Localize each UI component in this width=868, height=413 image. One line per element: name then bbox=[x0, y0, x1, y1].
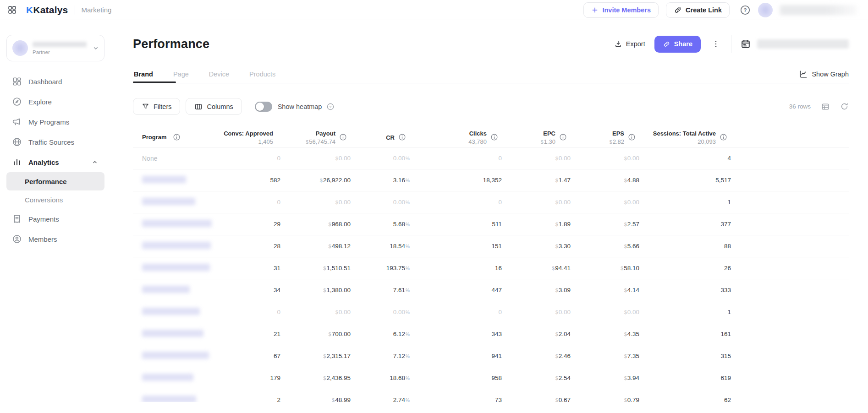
cell-eps: $2.57 bbox=[571, 221, 639, 228]
table-row[interactable]: 2$48.992.74%73$0.67$0.7962 bbox=[133, 389, 849, 402]
cell-convs: 21 bbox=[243, 331, 280, 337]
app-grid-icon[interactable] bbox=[7, 5, 17, 15]
tab-products[interactable]: Products bbox=[248, 66, 276, 82]
table-row[interactable]: 0$0.000.00%0$0.00$0.001 bbox=[133, 191, 849, 213]
cell-payout: $26,922.00 bbox=[280, 177, 351, 184]
sidebar-item-analytics[interactable]: Analytics bbox=[6, 152, 104, 172]
page-title: Performance bbox=[133, 37, 209, 51]
info-icon[interactable] bbox=[559, 133, 567, 141]
table-row[interactable]: 67$2,315.177.12%941$2.46$7.35315 bbox=[133, 345, 849, 367]
user-avatar[interactable] bbox=[758, 3, 773, 17]
invite-members-button[interactable]: Invite Members bbox=[583, 2, 659, 18]
cell-clicks: 16 bbox=[410, 265, 502, 272]
tab-device[interactable]: Device bbox=[208, 66, 230, 82]
cell-clicks: 0 bbox=[410, 309, 502, 315]
cell-program bbox=[133, 330, 243, 338]
cell-cr: 193.75% bbox=[351, 265, 410, 272]
info-icon[interactable] bbox=[490, 133, 498, 141]
table-row[interactable]: 21$700.006.12%343$2.04$4.35161 bbox=[133, 323, 849, 345]
table-row[interactable]: 31$1,510.51193.75%16$94.41$58.1026 bbox=[133, 257, 849, 279]
cell-clicks: 343 bbox=[410, 331, 502, 337]
column-header-cr[interactable]: CR bbox=[351, 133, 410, 141]
column-header-clicks[interactable]: Clicks43,780 bbox=[410, 129, 502, 145]
cell-epc: $0.00 bbox=[502, 155, 571, 162]
cell-payout: $1,380.00 bbox=[280, 287, 351, 293]
workspace-avatar bbox=[12, 40, 28, 56]
tab-brand[interactable]: Brand bbox=[133, 66, 154, 82]
program-name-redacted bbox=[142, 176, 186, 183]
sidebar-subitem-conversions[interactable]: Conversions bbox=[6, 190, 104, 209]
brand-name: Katalys bbox=[33, 5, 68, 16]
table-body: None 0$0.000.00%0$0.00$0.004 582$26,922.… bbox=[133, 147, 849, 402]
info-icon[interactable] bbox=[173, 133, 181, 141]
workspace-selector[interactable]: Partner bbox=[6, 35, 104, 61]
program-name-redacted bbox=[142, 374, 193, 381]
share-button[interactable]: Share bbox=[654, 36, 701, 53]
program-name-redacted bbox=[142, 352, 209, 359]
export-button[interactable]: Export bbox=[614, 40, 645, 48]
column-header-epc[interactable]: EPC$1.30 bbox=[502, 129, 571, 145]
cell-convs: 0 bbox=[243, 309, 280, 315]
cell-epc: $2.46 bbox=[502, 353, 571, 359]
table-row[interactable]: None 0$0.000.00%0$0.00$0.004 bbox=[133, 147, 849, 169]
info-icon[interactable] bbox=[398, 133, 406, 141]
tab-page[interactable]: Page bbox=[172, 66, 190, 82]
table-header: Program Convs: Approved1,405 Payout$56,7… bbox=[133, 127, 849, 147]
table-row[interactable]: 28$498.1218.54%151$3.30$5.6688 bbox=[133, 235, 849, 257]
help-button[interactable]: ? bbox=[740, 5, 751, 16]
sidebar-subitem-performance[interactable]: Performance bbox=[6, 172, 104, 190]
program-name-redacted bbox=[142, 242, 211, 249]
table-row[interactable]: 29$968.005.68%511$1.89$2.57377 bbox=[133, 213, 849, 235]
show-graph-button[interactable]: Show Graph bbox=[799, 70, 849, 79]
cell-convs: 2 bbox=[243, 397, 280, 402]
brand-logo[interactable]: KKatalys bbox=[26, 5, 68, 16]
sidebar-item-dashboard[interactable]: Dashboard bbox=[6, 71, 104, 92]
column-header-convs[interactable]: Convs: Approved1,405 bbox=[243, 129, 280, 145]
date-range-picker[interactable] bbox=[741, 39, 849, 49]
cell-program bbox=[133, 374, 243, 382]
column-header-sessions[interactable]: Sessions: Total Active20,093 bbox=[639, 129, 731, 145]
info-icon[interactable] bbox=[339, 133, 347, 141]
table-row[interactable]: 0$0.000.00%0$0.00$0.001 bbox=[133, 301, 849, 323]
sidebar-item-my-programs[interactable]: My Programs bbox=[6, 112, 104, 132]
heatmap-toggle[interactable] bbox=[255, 102, 272, 112]
cell-sessions: 161 bbox=[639, 331, 731, 337]
cell-sessions: 1 bbox=[639, 199, 731, 206]
line-chart-icon bbox=[799, 70, 808, 79]
sidebar-item-members[interactable]: Members bbox=[6, 229, 104, 249]
cell-program bbox=[133, 176, 243, 185]
cell-cr: 3.16% bbox=[351, 177, 410, 184]
column-header-payout[interactable]: Payout$56,745.74 bbox=[280, 129, 351, 145]
info-icon[interactable] bbox=[720, 133, 727, 141]
table-view-button[interactable] bbox=[821, 102, 830, 111]
cell-cr: 18.54% bbox=[351, 243, 410, 250]
chevron-down-icon bbox=[91, 43, 100, 53]
cell-eps: $0.79 bbox=[571, 397, 639, 402]
column-header-eps[interactable]: EPS$2.82 bbox=[571, 129, 639, 145]
heatmap-help-icon[interactable]: ? bbox=[326, 103, 335, 111]
sidebar-item-traffic-sources[interactable]: Traffic Sources bbox=[6, 132, 104, 152]
cell-epc: $0.00 bbox=[502, 199, 571, 206]
cell-convs: 0 bbox=[243, 155, 280, 162]
cell-cr: 7.12% bbox=[351, 353, 410, 359]
cell-eps: $58.10 bbox=[571, 265, 639, 272]
cell-cr: 5.68% bbox=[351, 221, 410, 228]
cell-sessions: 62 bbox=[639, 397, 731, 402]
refresh-button[interactable] bbox=[840, 102, 849, 111]
cell-payout: $0.00 bbox=[280, 199, 351, 206]
create-link-button[interactable]: Create Link bbox=[666, 2, 730, 18]
cell-sessions: 377 bbox=[639, 221, 731, 228]
cell-cr: 6.12% bbox=[351, 331, 410, 337]
table-row[interactable]: 34$1,380.007.61%447$3.09$4.14333 bbox=[133, 279, 849, 301]
cell-clicks: 0 bbox=[410, 199, 502, 206]
sidebar-item-explore[interactable]: Explore bbox=[6, 92, 104, 112]
table-row[interactable]: 582$26,922.003.16%18,352$1.47$4.885,517 bbox=[133, 169, 849, 191]
user-circle-icon bbox=[12, 234, 22, 244]
table-row[interactable]: 179$2,436.9518.68%958$2.54$3.94619 bbox=[133, 367, 849, 389]
more-options-button[interactable] bbox=[710, 38, 722, 50]
cell-program bbox=[133, 242, 243, 250]
columns-button[interactable]: Columns bbox=[186, 98, 242, 115]
sidebar-item-payments[interactable]: Payments bbox=[6, 209, 104, 229]
filters-button[interactable]: Filters bbox=[133, 98, 180, 115]
info-icon[interactable] bbox=[628, 133, 636, 141]
